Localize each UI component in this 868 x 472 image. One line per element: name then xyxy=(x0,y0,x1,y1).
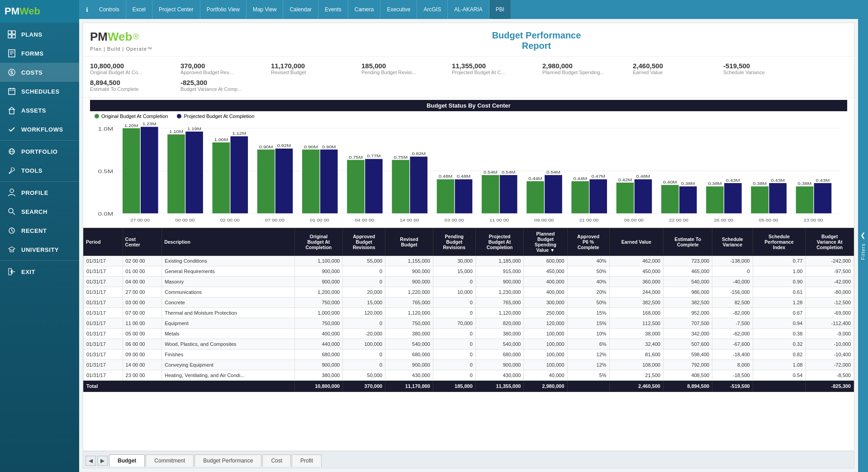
nav-arcgis[interactable]: ArcGIS xyxy=(417,0,448,19)
workflows-icon xyxy=(7,124,17,134)
sidebar-item-exit[interactable]: EXIT xyxy=(0,262,79,281)
table-row: 01/31/1705 00 00Metals400,000-20,000380,… xyxy=(84,329,854,339)
table-cell: 5% xyxy=(567,370,609,381)
total-p6 xyxy=(567,381,609,392)
svg-text:00 00 00: 00 00 00 xyxy=(175,218,194,222)
legend-green-label: Original Budget At Completion xyxy=(101,113,168,119)
sidebar-item-plans[interactable]: PLANS xyxy=(0,25,79,44)
nav-map-view[interactable]: Map View xyxy=(247,0,283,19)
svg-point-18 xyxy=(10,189,14,193)
tab-profit[interactable]: Profit xyxy=(292,454,322,467)
sidebar-item-label: PORTFOLIO xyxy=(21,148,57,155)
sidebar-item-university[interactable]: UNIVERSITY xyxy=(0,240,79,259)
nav-camera[interactable]: Camera xyxy=(348,0,381,19)
table-cell: 400,000 xyxy=(524,287,567,297)
col-planned-spending[interactable]: PlannedBudgetSpendingValue ▼ xyxy=(524,228,567,256)
table-cell: 11 00 00 xyxy=(123,318,162,329)
sidebar-item-assets[interactable]: ASSETS xyxy=(0,101,79,120)
svg-text:0.43M: 0.43M xyxy=(726,178,740,182)
table-row: 01/31/1714 00 00Conveying Equipment900,0… xyxy=(84,360,854,370)
sidebar-item-label: FORMS xyxy=(21,50,43,57)
report-container: PMWeb ® Plan | Build | Operate™ Budget P… xyxy=(83,23,854,468)
tagline: Plan | Build | Operate™ xyxy=(90,46,226,52)
table-cell: 0 xyxy=(433,297,475,308)
tab-next-btn[interactable]: ▶ xyxy=(97,456,108,466)
tab-commitment[interactable]: Commitment xyxy=(146,454,194,467)
tab-budget[interactable]: Budget xyxy=(109,454,145,467)
table-cell: 01/31/17 xyxy=(84,349,123,360)
svg-rect-59 xyxy=(347,160,365,213)
table-cell: 38,000 xyxy=(609,329,663,339)
svg-text:1.23M: 1.23M xyxy=(142,122,157,126)
table-cell: 507,600 xyxy=(663,339,712,349)
nav-project-center[interactable]: Project Center xyxy=(152,0,200,19)
legend-green-dot xyxy=(95,114,99,118)
svg-text:0.48M: 0.48M xyxy=(457,175,471,179)
sidebar-item-profile[interactable]: PROFILE xyxy=(0,183,79,202)
total-budget-variance: -825,300 xyxy=(806,381,854,392)
stat-budget-variance: -825,300 Budget Variance At Comp... xyxy=(180,77,271,94)
sidebar-item-portfolio[interactable]: PORTFOLIO xyxy=(0,142,79,161)
svg-text:0.82M: 0.82M xyxy=(412,152,426,156)
svg-text:1.00M: 1.00M xyxy=(214,137,228,142)
sidebar-item-workflows[interactable]: WORKFLOWS xyxy=(0,120,79,139)
sidebar-item-label: SEARCH xyxy=(21,208,47,215)
bottom-tabs: ◀ ▶ Budget Commitment Budget Performance… xyxy=(83,451,854,468)
table-cell: 1,155,000 xyxy=(385,256,433,266)
filters-panel[interactable]: ❮ Filters xyxy=(858,19,868,472)
table-cell: 915,000 xyxy=(475,266,524,277)
filters-label[interactable]: Filters xyxy=(860,243,866,260)
table-cell: 50% xyxy=(567,297,609,308)
stat-estimate-complete: 8,894,500 Estimate To Complete xyxy=(90,77,180,94)
tab-prev-btn[interactable]: ◀ xyxy=(85,456,96,466)
table-cell: 21,500 xyxy=(609,370,663,381)
tab-cost[interactable]: Cost xyxy=(262,454,291,467)
sidebar-item-forms[interactable]: FORMS xyxy=(0,44,79,63)
table-row: 01/31/1702 00 00Existing Conditions1,100… xyxy=(84,256,854,266)
svg-rect-60 xyxy=(365,159,383,213)
table-cell: 750,000 xyxy=(294,318,343,329)
svg-rect-109 xyxy=(796,186,814,213)
svg-marker-22 xyxy=(9,247,15,250)
table-cell: 01/31/17 xyxy=(84,277,123,287)
table-cell: 0.67 xyxy=(753,308,806,318)
tab-budget-performance[interactable]: Budget Performance xyxy=(194,454,261,467)
table-cell: 540,000 xyxy=(663,277,712,287)
table-cell: 900,000 xyxy=(294,277,343,287)
sidebar-item-search[interactable]: SEARCH xyxy=(0,202,79,221)
sidebar-item-label: PLANS xyxy=(21,31,43,38)
nav-portfolio-view[interactable]: Portfolio View xyxy=(200,0,247,19)
svg-text:05 00 00: 05 00 00 xyxy=(759,218,778,222)
svg-line-20 xyxy=(13,212,15,215)
table-cell: 1,185,000 xyxy=(475,256,524,266)
total-original: 10,800,000 xyxy=(294,381,343,392)
table-cell: 0 xyxy=(343,360,385,370)
svg-text:0.47M: 0.47M xyxy=(591,175,605,179)
table-cell: 1,100,000 xyxy=(294,256,343,266)
sidebar-item-recent[interactable]: RECENT xyxy=(0,221,79,240)
svg-rect-94 xyxy=(661,185,679,213)
table-cell: 30,000 xyxy=(433,256,475,266)
nav-calendar[interactable]: Calendar xyxy=(283,0,318,19)
nav-excel[interactable]: Excel xyxy=(126,0,152,19)
table-section[interactable]: Period CostCenter Description OriginalBu… xyxy=(83,228,854,451)
nav-executive[interactable]: Executive xyxy=(380,0,417,19)
nav-events[interactable]: Events xyxy=(318,0,348,19)
table-cell: 540,000 xyxy=(385,339,433,349)
table-cell: 01/31/17 xyxy=(84,360,123,370)
sidebar-item-costs[interactable]: $ COSTS xyxy=(0,63,79,82)
sidebar-item-schedules[interactable]: SCHEDULES xyxy=(0,82,79,101)
svg-rect-34 xyxy=(123,128,140,213)
svg-rect-10 xyxy=(9,89,15,94)
table-cell: 15% xyxy=(567,308,609,318)
svg-rect-50 xyxy=(275,149,293,213)
table-cell: 952,000 xyxy=(663,308,712,318)
nav-alakaria[interactable]: AL-AKARIA xyxy=(448,0,489,19)
nav-controls[interactable]: Controls xyxy=(93,0,126,19)
stat-pending-revisions: 185,000 Pending Budget Revisi... xyxy=(361,60,452,77)
sidebar-item-tools[interactable]: TOOLS xyxy=(0,161,79,180)
chevron-left-icon[interactable]: ❮ xyxy=(860,231,866,239)
nav-pbi[interactable]: PBI xyxy=(489,0,511,19)
info-icon[interactable]: ℹ xyxy=(81,6,93,13)
table-cell: 03 00 00 xyxy=(123,297,162,308)
